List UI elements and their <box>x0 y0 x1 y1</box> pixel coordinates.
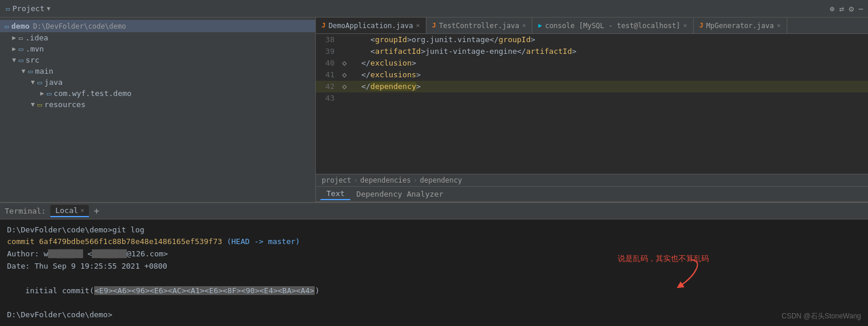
app-window: ▭ Project ▼ ⊕ ⇄ ⚙ − ▭ demo D:\DevFolder\… <box>0 0 868 326</box>
close-terminal-tab[interactable]: × <box>81 207 85 214</box>
code-line-39: 39 <artifactId>junit-vintage-engine</art… <box>316 46 868 57</box>
tab-demo-application[interactable]: J DemoApplication.java × <box>316 18 426 33</box>
project-title[interactable]: ▭ Project ▼ <box>0 4 117 13</box>
code-line-41: 41 ◇ </exclusions> <box>316 69 868 81</box>
breadcrumb: project › dependencies › dependency <box>316 174 868 187</box>
arrow-package: ▶ <box>37 90 47 97</box>
tab-test-controller[interactable]: J TestController.java × <box>426 18 533 33</box>
terminal-line-7 <box>7 297 861 309</box>
term-git-cmd: git log <box>112 225 144 234</box>
term-author-email: < <box>83 249 92 258</box>
gutter-41: ◇ <box>339 69 350 81</box>
code-text-40: </exclusion> <box>350 57 416 69</box>
arrow-idea: ▶ <box>9 34 19 42</box>
minimize-icon[interactable]: − <box>859 4 863 13</box>
line-num-43: 43 <box>316 92 339 104</box>
tab-dep-label: Dependency Analyzer <box>356 190 443 198</box>
layout-icon[interactable]: ⇄ <box>839 4 844 13</box>
terminal-line-2: commit 6af479bdbe566f1c88b78e48e1486165e… <box>7 236 861 248</box>
tree-item-resources[interactable]: ▼ ▭ resources <box>0 99 315 110</box>
code-text-41: </exclusions> <box>350 69 421 81</box>
arrow-src: ▼ <box>9 56 19 64</box>
tab-dependency-analyzer[interactable]: Dependency Analyzer <box>350 188 449 200</box>
terminal-section: Terminal: Local × + D:\DevFolder\code\de… <box>0 202 868 326</box>
close-tab-mp[interactable]: × <box>777 22 781 29</box>
code-text-38: <groupId>org.junit.vintage</groupId> <box>350 34 535 46</box>
terminal-local-tab[interactable]: Local × <box>50 205 89 217</box>
tab-mp-generator[interactable]: J MpGenerator.java × <box>694 18 787 33</box>
add-terminal-tab[interactable]: + <box>91 205 102 217</box>
close-tab-mysql[interactable]: × <box>683 22 687 29</box>
breadcrumb-dependencies[interactable]: dependencies <box>360 176 411 184</box>
terminal-line-3: Author: w████ <████@126.com> <box>7 248 861 260</box>
resources-label: resources <box>44 100 85 109</box>
tree-item-java[interactable]: ▼ ▭ java <box>0 77 315 88</box>
folder-icon: ▭ <box>6 5 10 13</box>
term-garbled-text: <E9><A6><96><E6><AC><A1><E6><8F><90><E4>… <box>94 286 315 295</box>
terminal-line-5 <box>7 273 861 285</box>
term-email-blur: ████ <box>92 249 126 258</box>
project-label: Project <box>12 4 44 13</box>
breadcrumb-sep-2: › <box>414 176 418 184</box>
term-commit-hash: commit 6af479bdbe566f1c88b78e48e1486165e… <box>7 237 222 246</box>
java-label: java <box>44 78 63 87</box>
tree-item-package[interactable]: ▶ ▭ com.wyf.test.demo <box>0 88 315 99</box>
tab-console-mysql[interactable]: ▶ console [MySQL - test@localhost] × <box>532 18 693 33</box>
package-icon: ▭ <box>47 89 51 98</box>
mysql-icon: ▶ <box>538 22 542 29</box>
breadcrumb-sep-1: › <box>354 176 358 184</box>
tab-text[interactable]: Text <box>321 188 350 200</box>
src-folder-icon: ▭ <box>19 56 23 64</box>
term-prompt-2: D:\DevFolder\code\demo> <box>7 310 112 319</box>
sync-icon[interactable]: ⊕ <box>829 4 834 13</box>
breadcrumb-project[interactable]: project <box>322 176 352 184</box>
breadcrumb-dependency[interactable]: dependency <box>420 176 462 184</box>
terminal-line-4: Date: Thu Sep 9 19:25:55 2021 +0800 <box>7 260 861 273</box>
tree-item-idea[interactable]: ▶ ▭ .idea <box>0 32 315 43</box>
line-num-41: 41 <box>316 69 339 81</box>
tree-item-main[interactable]: ▼ ▭ main <box>0 66 315 77</box>
term-email-domain: @126.com> <box>127 249 168 258</box>
line-num-42: 42 <box>316 81 339 92</box>
gutter-42: ◇ <box>339 81 350 92</box>
resources-folder-icon: ▭ <box>37 100 42 109</box>
top-bar: ▭ Project ▼ ⊕ ⇄ ⚙ − <box>0 0 868 18</box>
tab-test-controller-label: TestController.java <box>439 22 519 30</box>
term-commit-prefix: initial commit( <box>7 286 94 295</box>
java-folder-icon: ▭ <box>37 78 42 87</box>
arrow-java: ▼ <box>28 78 37 86</box>
editor-tab-bar: J DemoApplication.java × J TestControlle… <box>316 18 868 34</box>
terminal-label: Terminal: <box>5 207 46 215</box>
root-folder-icon: ▭ <box>5 22 9 30</box>
term-date: Date: Thu Sep 9 19:25:55 2021 +0800 <box>7 262 167 270</box>
code-line-40: 40 ◇ </exclusion> <box>316 57 868 69</box>
bottom-tab-bar: Text Dependency Analyzer <box>316 187 868 202</box>
close-tab-demo[interactable]: × <box>416 22 420 29</box>
code-text-39: <artifactId>junit-vintage-engine</artifa… <box>350 46 577 57</box>
tree-item-mvn[interactable]: ▶ ▭ .mvn <box>0 43 315 54</box>
term-head-ref: (HEAD -> master) <box>227 237 300 246</box>
dropdown-arrow[interactable]: ▼ <box>47 5 50 12</box>
annotation-text: 说是乱码，其实也不算乱码 <box>618 253 709 265</box>
term-author: Author: w <box>7 249 48 258</box>
tab-mp-generator-label: MpGenerator.java <box>706 22 774 30</box>
main-label: main <box>35 67 53 76</box>
tab-demo-application-label: DemoApplication.java <box>329 22 414 30</box>
settings-icon[interactable]: ⚙ <box>849 4 853 13</box>
src-label: src <box>26 56 39 64</box>
tree-item-src[interactable]: ▼ ▭ src <box>0 54 315 66</box>
term-commit-suffix: ) <box>315 286 319 295</box>
root-path: D:\DevFolder\code\demo <box>33 22 126 30</box>
idea-folder-icon: ▭ <box>19 34 23 42</box>
gutter-40: ◇ <box>339 57 350 69</box>
mvn-label: .mvn <box>26 44 44 53</box>
mp-icon: J <box>700 22 704 29</box>
code-line-42: 42 ◇ </dependency> <box>316 81 868 92</box>
project-root[interactable]: ▭ demo D:\DevFolder\code\demo <box>0 20 315 32</box>
terminal-body: D:\DevFolder\code\demo>git log commit 6a… <box>0 219 868 326</box>
watermark: CSDN @石头StoneWang <box>781 311 861 321</box>
close-tab-test[interactable]: × <box>522 22 526 29</box>
code-text-42: </dependency> <box>350 81 421 92</box>
root-label: demo <box>11 22 29 30</box>
terminal-tab-bar: Terminal: Local × + <box>0 203 868 219</box>
